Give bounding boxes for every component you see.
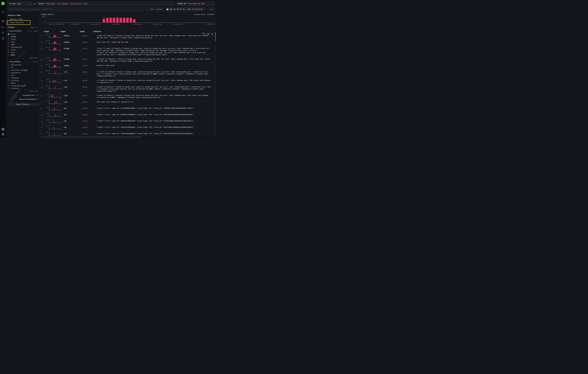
source-select[interactable]: Demo Logs — [8, 2, 32, 6]
row-expander[interactable] — [41, 47, 44, 50]
histogram-bar[interactable] — [103, 19, 105, 23]
row-expander[interactable] — [41, 113, 44, 116]
histogram-bar-small[interactable] — [160, 22, 162, 23]
histogram-bar-small[interactable] — [93, 22, 95, 23]
pattern-cell[interactable]: {"code":13,"details":"failed to charge c… — [97, 34, 215, 39]
wrap-text-icon[interactable] — [207, 33, 209, 35]
mode-lucene-option[interactable]: Lucene — [156, 8, 162, 10]
pattern-cell[interactable]: {"code":13,"details":"failed to charge c… — [97, 85, 215, 92]
filter-option-frontend[interactable]: frontend — [8, 87, 38, 90]
pattern-cell[interactable]: The credit card (ending <*> expired on <… — [97, 100, 215, 103]
pattern-row[interactable]: 60~58error{"level":"error","span_id":"0c… — [41, 106, 215, 112]
search-icon[interactable] — [27, 30, 29, 32]
checkbox[interactable] — [8, 46, 10, 48]
checkbox[interactable] — [8, 44, 10, 45]
checkbox[interactable] — [8, 67, 10, 68]
filter-option-email[interactable]: email — [8, 82, 38, 84]
histogram-bar[interactable] — [109, 18, 112, 23]
filter-group-clear-link[interactable]: Clear — [33, 30, 38, 32]
histogram-bar-small[interactable] — [170, 22, 172, 23]
checkbox[interactable] — [8, 72, 10, 74]
horizontal-scrollbar-thumb[interactable] — [41, 137, 141, 137]
histogram-bar-small[interactable] — [187, 22, 189, 23]
filter-group-collapsed-resourceschemaurl[interactable]: ResourceSchemaUrl — [8, 98, 38, 100]
histogram-bar-small[interactable] — [76, 22, 78, 23]
histogram-bar-small[interactable] — [69, 22, 72, 23]
code-view-icon[interactable] — [202, 32, 205, 35]
sessions-monitor-icon[interactable] — [2, 31, 4, 34]
histogram-bar-small[interactable] — [99, 22, 102, 23]
results-histogram[interactable]: 80K 0 Sep 11 3:30:00 PM7:30:00 PM10:30:0… — [41, 16, 215, 27]
histogram-bar-small[interactable] — [183, 22, 186, 23]
pattern-cell[interactable]: Failed to place order — [97, 64, 215, 67]
filter-option-cart[interactable]: cart — [8, 74, 38, 77]
filter-option-cainjector[interactable]: cainjector — [8, 71, 38, 74]
pin-icon[interactable] — [31, 30, 32, 32]
histogram-bar-small[interactable] — [83, 22, 85, 23]
dashboards-icon[interactable] — [2, 37, 4, 40]
filter-option-information[interactable]: Information — [8, 46, 38, 49]
checkbox[interactable] — [8, 54, 10, 56]
search-input[interactable]: Search your events w/ Lucene ex. column:… — [8, 7, 163, 11]
download-icon[interactable] — [211, 33, 213, 35]
pattern-row[interactable]: 22K~97360error{"error":{"code":13,"detai… — [41, 46, 215, 57]
pin-icon[interactable] — [36, 61, 38, 63]
checkbox[interactable] — [8, 82, 10, 84]
filter-option-warn[interactable]: WARN — [8, 54, 38, 56]
histogram-bar-small[interactable] — [200, 22, 203, 23]
pattern-cell[interactable]: {"level":"error","span_id":"cddc331329e6… — [97, 125, 215, 128]
histogram-bar-small[interactable] — [207, 22, 209, 23]
histogram-bar-small[interactable] — [89, 22, 92, 23]
checkbox[interactable] — [8, 85, 10, 87]
histogram-bar-small[interactable] — [147, 22, 149, 23]
pattern-cell[interactable]: × {"code":13,"details":"failed to charge… — [97, 79, 215, 83]
histogram-bar[interactable] — [113, 18, 115, 23]
histogram-bar[interactable] — [133, 19, 136, 23]
filter-group-header-servicename[interactable]: ServiceName — [8, 61, 38, 63]
filter-option-ad[interactable]: ad — [8, 66, 38, 69]
analysis-mode-event-patterns[interactable]: Event Patterns — [8, 21, 38, 24]
horizontal-scrollbar[interactable] — [41, 136, 214, 138]
filter-option-currency[interactable]: currency — [8, 79, 38, 82]
logs-search-icon[interactable] — [2, 20, 4, 22]
filter-group-more-link[interactable]: Load more — [8, 56, 38, 59]
sidebar-toggle-icon[interactable] — [2, 10, 4, 13]
histogram-bar-small[interactable] — [177, 22, 179, 23]
histogram-bar-small[interactable] — [150, 22, 152, 23]
order-by-input[interactable]: ORDER BY TimestampTime DESC — [176, 2, 215, 6]
column-header-level[interactable]: level — [80, 30, 94, 32]
run-query-button[interactable]: ▷ — [208, 7, 215, 11]
vertical-scrollbar[interactable] — [215, 32, 216, 136]
histogram-bar[interactable] — [120, 18, 122, 23]
row-expander[interactable] — [41, 34, 44, 37]
pattern-row[interactable]: 60~174error× {"code":13,"details":"faile… — [41, 78, 215, 84]
filter-group-more-link[interactable]: Show more — [8, 90, 38, 92]
row-expander[interactable] — [41, 79, 44, 81]
histogram-bar-small[interactable] — [180, 22, 182, 23]
checkbox[interactable] — [8, 77, 10, 79]
histogram-bar-small[interactable] — [56, 22, 58, 23]
histogram-bar-small[interactable] — [86, 22, 88, 23]
histogram-bar[interactable] — [126, 18, 129, 23]
search-icon[interactable] — [33, 61, 35, 63]
pin-icon[interactable] — [36, 94, 38, 96]
row-expander[interactable] — [41, 94, 44, 97]
filter-option-error[interactable]: error — [8, 33, 38, 35]
histogram-bar-small[interactable] — [52, 22, 55, 23]
pattern-row[interactable]: 60~116error{"code":13,"details":"failed … — [41, 93, 215, 99]
row-expander[interactable] — [41, 100, 44, 103]
filter-option-trace[interactable]: trace — [8, 49, 38, 51]
histogram-bar-small[interactable] — [190, 22, 192, 23]
row-expander[interactable] — [41, 70, 44, 73]
histogram-bar-small[interactable] — [163, 22, 166, 23]
pattern-row[interactable]: 22K~98523error{"code":13,"details":"fail… — [41, 33, 215, 40]
pattern-cell[interactable]: {"code":13,"details":"failed to charge c… — [97, 94, 215, 99]
histogram-bar-small[interactable] — [73, 22, 75, 23]
histogram-bar-small[interactable] — [204, 22, 206, 23]
row-expander[interactable] — [41, 125, 44, 128]
analysis-mode-results-table[interactable]: Results Table — [8, 18, 38, 21]
checkbox[interactable] — [8, 36, 10, 38]
histogram-bar-small[interactable] — [173, 22, 176, 23]
filter-option-checkout[interactable]: checkout — [8, 77, 38, 79]
histogram-bar-small[interactable] — [59, 22, 62, 23]
